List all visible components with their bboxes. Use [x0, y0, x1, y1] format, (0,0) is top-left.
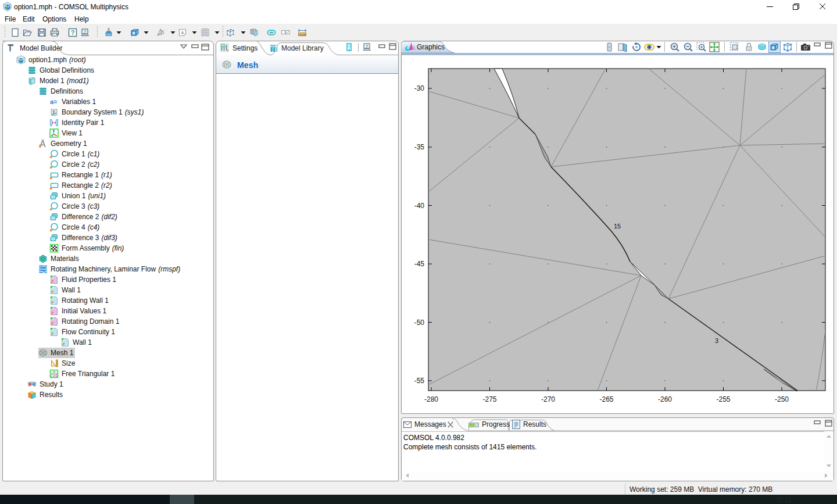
svg-text:-30: -30 — [414, 84, 425, 92]
svg-text:?: ? — [366, 44, 369, 49]
svg-text:-40: -40 — [414, 202, 425, 210]
svg-text:-250: -250 — [775, 395, 789, 403]
svg-text:-265: -265 — [599, 395, 613, 403]
svg-text:-280: -280 — [424, 395, 438, 403]
svg-text:?: ? — [84, 29, 87, 34]
svg-text:-35: -35 — [414, 143, 425, 151]
svg-text:-55: -55 — [414, 377, 425, 385]
svg-text:?: ? — [71, 29, 75, 36]
svg-text:-275: -275 — [482, 395, 496, 403]
svg-text:-270: -270 — [541, 395, 555, 403]
svg-text:3: 3 — [715, 337, 718, 344]
svg-text:-50: -50 — [414, 319, 425, 327]
svg-text:15: 15 — [614, 223, 621, 230]
svg-text:a=: a= — [50, 98, 58, 105]
svg-text:-45: -45 — [414, 260, 425, 268]
svg-text:-255: -255 — [716, 395, 730, 403]
svg-text:-260: -260 — [658, 395, 672, 403]
